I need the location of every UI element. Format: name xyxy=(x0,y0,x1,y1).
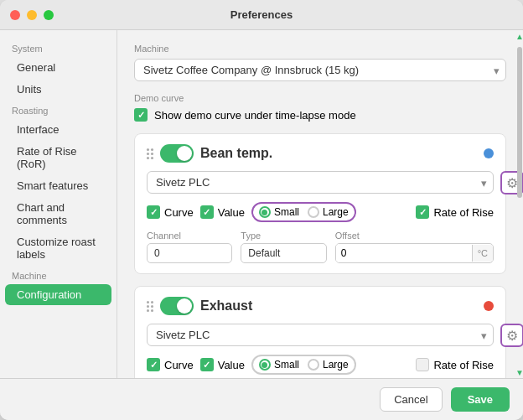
sidebar-item-chart[interactable]: Chart and comments xyxy=(5,197,111,231)
minimize-button[interactable] xyxy=(27,10,37,20)
exhaust-large-option[interactable]: Large xyxy=(305,358,351,371)
bean-temp-small-radio[interactable] xyxy=(259,206,271,218)
bean-temp-color-dot xyxy=(484,148,494,158)
bean-temp-curve-checkbox[interactable] xyxy=(147,205,160,219)
bean-temp-offset-input[interactable] xyxy=(336,244,472,262)
demo-curve-checkbox[interactable] xyxy=(134,108,148,122)
sidebar-item-smart[interactable]: Smart features xyxy=(5,175,111,196)
bean-temp-channel-row: Channel 0 Type Default xyxy=(147,231,494,263)
exhaust-block: Exhaust Sivetz PLC ▾ ⚙ Curve xyxy=(134,286,506,378)
bean-temp-size-group: Small Large xyxy=(251,202,356,222)
exhaust-curve-label-text: Curve xyxy=(164,359,194,371)
sidebar-section-machine: Machine xyxy=(0,266,117,283)
scrollbar-track: ▲ ▼ xyxy=(516,30,523,378)
preferences-window: Preferences System General Units Roastin… xyxy=(0,0,523,420)
bean-temp-type-select[interactable]: Default xyxy=(241,243,326,263)
machine-select[interactable]: Sivetz Coffee Company @ Innsbruck (15 kg… xyxy=(134,59,506,81)
bean-temp-toggle[interactable] xyxy=(160,144,194,163)
exhaust-size-group: Small Large xyxy=(251,355,356,375)
machine-section-label: Machine xyxy=(134,44,506,54)
exhaust-curve-label[interactable]: Curve xyxy=(147,358,194,371)
exhaust-small-option[interactable]: Small xyxy=(256,358,302,371)
sidebar-item-labels[interactable]: Customize roast labels xyxy=(5,231,111,265)
channel-label: Channel xyxy=(147,231,232,241)
machine-select-wrapper: Sivetz Coffee Company @ Innsbruck (15 kg… xyxy=(134,59,506,81)
main-panel: Machine Sivetz Coffee Company @ Innsbruc… xyxy=(117,30,523,378)
exhaust-plc-wrapper: Sivetz PLC ▾ ⚙ xyxy=(147,324,494,346)
exhaust-value-label[interactable]: Value xyxy=(200,358,245,371)
offset-label: Offset xyxy=(335,231,494,241)
exhaust-name: Exhaust xyxy=(200,298,477,314)
bean-temp-plc-wrapper: Sivetz PLC ▾ ⚙ xyxy=(147,171,494,194)
sidebar-section-system: System xyxy=(0,39,117,56)
window-controls xyxy=(10,10,54,20)
type-label: Type xyxy=(241,231,326,241)
sidebar-item-ror[interactable]: Rate of Rise (RoR) xyxy=(5,141,111,174)
sidebar-item-general[interactable]: General xyxy=(5,57,111,78)
main-content: System General Units Roasting Interface … xyxy=(0,30,523,378)
bean-temp-large-radio[interactable] xyxy=(308,206,319,218)
bean-temp-plc-select[interactable]: Sivetz PLC xyxy=(147,171,494,194)
large-label: Large xyxy=(323,206,349,218)
save-button[interactable]: Save xyxy=(451,387,510,412)
sidebar-section-roasting: Roasting xyxy=(0,101,117,118)
exhaust-value-label-text: Value xyxy=(218,359,245,371)
bean-temp-name: Bean temp. xyxy=(200,146,477,161)
bean-temp-offset-field: °C xyxy=(335,243,494,263)
bean-temp-ror-checkbox[interactable] xyxy=(416,205,429,219)
footer-bar: Cancel Save xyxy=(0,378,523,420)
exhaust-curve-checkbox[interactable] xyxy=(147,358,160,371)
bean-temp-drag-handle[interactable] xyxy=(147,148,153,159)
scroll-up-arrow[interactable]: ▲ xyxy=(517,30,522,42)
demo-curve-description: Show demo curve under time-lapse mode xyxy=(154,109,356,122)
sidebar-item-units[interactable]: Units xyxy=(5,79,111,100)
exhaust-drag-handle[interactable] xyxy=(147,301,153,312)
bean-temp-large-option[interactable]: Large xyxy=(305,205,351,219)
close-button[interactable] xyxy=(10,10,20,20)
bean-temp-channel-group: Channel 0 xyxy=(147,231,232,263)
exhaust-value-checkbox[interactable] xyxy=(200,358,214,371)
maximize-button[interactable] xyxy=(44,10,54,20)
bean-temp-options-row: Curve Value Small Large xyxy=(147,202,494,222)
bean-temp-channel-select[interactable]: 0 xyxy=(147,243,232,263)
ror-label-text: Rate of Rise xyxy=(433,206,494,219)
bean-temp-ror: Rate of Rise xyxy=(416,205,494,219)
window-title: Preferences xyxy=(230,8,293,21)
sidebar-item-interface[interactable]: Interface xyxy=(5,119,111,140)
sidebar: System General Units Roasting Interface … xyxy=(0,30,117,378)
bean-temp-curve-label[interactable]: Curve xyxy=(147,205,194,219)
exhaust-ror-label-text: Rate of Rise xyxy=(433,359,494,371)
bean-temp-offset-unit: °C xyxy=(472,245,493,262)
exhaust-plc-select[interactable]: Sivetz PLC xyxy=(147,324,494,346)
scrollbar-thumb[interactable] xyxy=(517,47,522,198)
bean-temp-header: Bean temp. xyxy=(147,144,494,163)
exhaust-header: Exhaust xyxy=(147,297,494,315)
exhaust-options-row: Curve Value Small Large xyxy=(147,355,494,375)
exhaust-toggle[interactable] xyxy=(160,297,194,315)
bean-temp-value-checkbox[interactable] xyxy=(200,205,214,219)
curve-label: Curve xyxy=(164,206,194,219)
exhaust-large-label: Large xyxy=(323,359,349,371)
exhaust-small-label: Small xyxy=(274,359,299,371)
demo-curve-row: Show demo curve under time-lapse mode xyxy=(134,108,506,122)
bean-temp-offset-group: Offset °C xyxy=(335,231,494,263)
exhaust-color-dot xyxy=(484,301,494,311)
cancel-button[interactable]: Cancel xyxy=(380,387,442,412)
bean-temp-block: Bean temp. Sivetz PLC ▾ ⚙ Curve xyxy=(134,133,506,274)
scroll-down-arrow[interactable]: ▼ xyxy=(517,366,522,378)
bean-temp-type-group: Type Default xyxy=(241,231,326,263)
value-label: Value xyxy=(218,206,245,219)
exhaust-large-radio[interactable] xyxy=(308,359,319,371)
bean-temp-value-label[interactable]: Value xyxy=(200,205,245,219)
exhaust-ror-checkbox[interactable] xyxy=(416,358,429,371)
demo-curve-label: Demo curve xyxy=(134,93,506,103)
titlebar: Preferences xyxy=(0,0,523,30)
exhaust-small-radio[interactable] xyxy=(259,359,271,371)
sidebar-item-configuration[interactable]: Configuration xyxy=(5,284,111,305)
bean-temp-small-option[interactable]: Small xyxy=(256,205,302,219)
small-label: Small xyxy=(274,206,299,218)
exhaust-ror: Rate of Rise xyxy=(416,358,494,371)
